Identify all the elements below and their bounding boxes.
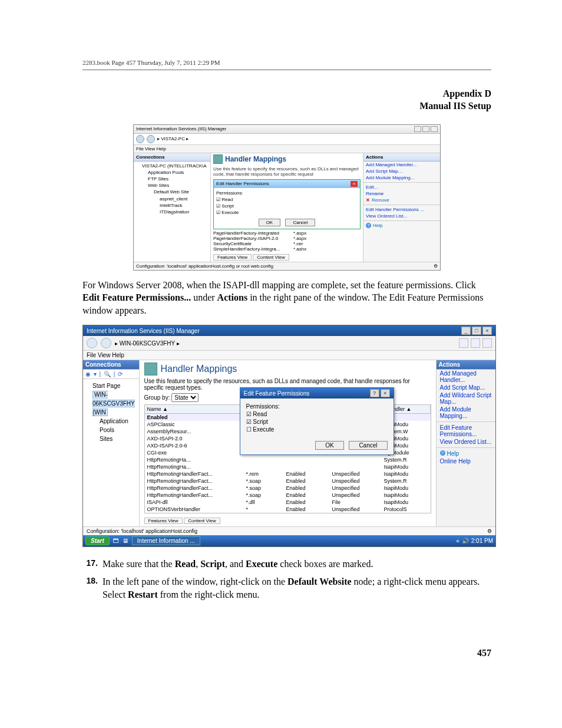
tree-app-pools[interactable]: Application Pools — [148, 169, 208, 176]
content-view-tab[interactable]: Content View — [184, 518, 220, 524]
breadcrumb[interactable]: ▸ VISTA2-PC ▸ — [157, 136, 189, 141]
tree-server[interactable]: VISTA2-PC (INTELLITRACK\A — [142, 163, 208, 169]
col-name[interactable]: Name ▲ — [145, 405, 244, 413]
menu-bar[interactable]: File View Help — [83, 351, 495, 360]
close-icon[interactable] — [431, 126, 438, 132]
handler-list: PageHandlerFactory-Integrated*.aspx Page… — [213, 230, 361, 252]
toolbar-icon[interactable] — [459, 338, 468, 348]
maximize-icon[interactable]: □ — [472, 327, 481, 335]
tree-aspnet-client[interactable]: aspnet_client — [160, 196, 208, 202]
action-help[interactable]: ?Help — [437, 450, 495, 457]
center-panel: Handler Mappings Use this feature to spe… — [140, 360, 436, 526]
ok-button[interactable]: OK — [259, 219, 281, 226]
handler-row[interactable]: SimpleHandlerFactory-Integra...*.ashx — [213, 246, 361, 252]
menu-bar[interactable]: File View Help — [134, 145, 440, 153]
handler-mappings-title: Handler Mappings — [144, 363, 431, 375]
connections-header: Connections — [83, 360, 139, 370]
handler-row[interactable]: PageHandlerFactory-ISAPI-2.0*.aspx — [213, 236, 361, 241]
action-edit-feature-permissions[interactable]: Edit Feature Permissions... — [437, 424, 495, 438]
back-icon[interactable] — [87, 338, 97, 348]
grid-row[interactable]: HttpRemotingHa...IsapiModu — [145, 463, 431, 470]
script-checkbox[interactable]: ☑ Script — [216, 203, 358, 209]
tree-itd[interactable]: ITDIagstration — [160, 209, 208, 215]
grid-row[interactable]: HttpRemotingHa...System.R — [145, 456, 431, 463]
help-icon[interactable] — [482, 338, 492, 348]
grid-row[interactable]: OPTIONSVerbHandler*EnabledUnspecifiedPro… — [145, 506, 431, 513]
connections-panel: Connections ◉ ▾ | 🔍 | ⟳ Start Page WIN-0… — [83, 360, 140, 526]
config-text: Configuration: 'localhost' applicationHo… — [87, 528, 197, 534]
tree-server-selected[interactable]: WIN-06KSCGV3FHY (WIN — [92, 391, 135, 416]
grid-row[interactable]: HttpRemotingHandlerFact...*.soapEnabledU… — [145, 492, 431, 499]
group-by-select[interactable]: State — [171, 393, 199, 402]
action-add-module-mapping[interactable]: Add Module Mapping... — [363, 174, 440, 181]
close-icon[interactable]: × — [482, 327, 492, 335]
action-add-managed-handler[interactable]: Add Managed Handler... — [363, 162, 440, 168]
action-add-script-map[interactable]: Add Script Map... — [363, 168, 440, 174]
tree-app-pools[interactable]: Application Pools — [100, 417, 137, 434]
tree-web-sites[interactable]: Web Sites — [148, 182, 208, 189]
system-tray: « 🔊 2:01 PM — [456, 538, 493, 544]
tree-start-page[interactable]: Start Page — [92, 381, 137, 390]
handler-row[interactable]: SecurityCertificate*.cer — [213, 241, 361, 246]
action-view-ordered-list[interactable]: View Ordered List... — [437, 438, 495, 446]
action-add-script-map[interactable]: Add Script Map... — [437, 384, 495, 391]
ok-button[interactable]: OK — [315, 441, 343, 450]
action-edit-handler-permissions[interactable]: Edit Handler Permissions ... — [363, 206, 440, 213]
window-controls — [414, 126, 438, 132]
grid-row[interactable]: HttpRemotingHandlerFact...*.soapEnabledU… — [145, 477, 431, 485]
back-icon[interactable] — [136, 135, 144, 143]
actions-panel: Actions Add Managed Handler... Add Scrip… — [436, 360, 495, 526]
features-view-tab[interactable]: Features View — [144, 518, 183, 524]
action-edit[interactable]: Edit... — [363, 184, 440, 190]
features-view-tab[interactable]: Features View — [213, 254, 252, 261]
minimize-icon[interactable]: _ — [461, 327, 471, 335]
quick-launch-icon[interactable]: 🖥 — [123, 538, 128, 544]
status-icon: ⚙ — [434, 263, 438, 269]
action-add-managed-handler[interactable]: Add Managed Handler... — [437, 370, 495, 384]
taskbar-item[interactable]: Internet Information ... — [132, 536, 200, 545]
minimize-icon[interactable] — [414, 126, 421, 132]
action-help[interactable]: ?Help — [363, 222, 440, 229]
read-checkbox[interactable]: ☑ Read — [216, 197, 358, 202]
cancel-button[interactable]: Cancel — [285, 219, 315, 226]
dialog-close-icon[interactable]: × — [381, 389, 390, 397]
toolbar-icon[interactable] — [471, 338, 480, 348]
connections-tree[interactable]: VISTA2-PC (INTELLITRACK\A Application Po… — [134, 162, 210, 217]
tray-icon[interactable]: 🔊 — [462, 538, 469, 544]
connections-tree[interactable]: Start Page WIN-06KSCGV3FHY (WIN Applicat… — [83, 379, 139, 446]
grid-row[interactable]: HttpRemotingHandlerFact...*.remEnabledUn… — [145, 470, 431, 477]
forward-icon[interactable] — [101, 338, 111, 348]
tree-sites[interactable]: Sites — [100, 434, 137, 443]
action-view-ordered-list[interactable]: View Ordered List... — [363, 213, 440, 219]
dialog-close-icon[interactable]: × — [351, 181, 358, 187]
execute-checkbox[interactable]: ☑ Execute — [216, 210, 358, 215]
tree-intellitrack[interactable]: IntelliTrack — [160, 202, 208, 209]
breadcrumb[interactable]: ▸ WIN-06KSCGV3FHY ▸ — [115, 340, 180, 347]
action-remove[interactable]: ✕Remove — [363, 197, 440, 203]
start-button[interactable]: Start — [85, 536, 110, 545]
tray-icon[interactable]: « — [456, 538, 459, 544]
grid-row[interactable]: ISAPI-dll*.dllEnabledFileIsapiModu — [145, 499, 431, 506]
action-add-module-mapping[interactable]: Add Module Mapping... — [437, 406, 495, 420]
action-add-wildcard-script-map[interactable]: Add Wildcard Script Map... — [437, 391, 495, 406]
action-online-help[interactable]: Online Help — [437, 457, 495, 465]
script-checkbox[interactable]: ☑ Script — [246, 419, 388, 425]
quick-launch-icon[interactable]: 🗔 — [113, 538, 119, 544]
forward-icon[interactable] — [147, 135, 155, 143]
content-view-tab[interactable]: Content View — [253, 254, 289, 261]
action-rename[interactable]: Rename — [363, 190, 440, 197]
book-header: 2283.book Page 457 Thursday, July 7, 201… — [82, 59, 491, 70]
execute-checkbox[interactable]: ☐ Execute — [246, 426, 388, 433]
maximize-icon[interactable] — [422, 126, 429, 132]
window-title: Internet Information Services (IIS) Mana… — [136, 126, 226, 131]
tree-ftp-sites[interactable]: FTP Sites — [148, 176, 208, 182]
grid-row[interactable]: HttpRemotingHandlerFact...*.soapEnabledU… — [145, 485, 431, 492]
handler-row[interactable]: PageHandlerFactory-Integrated*.aspx — [213, 230, 361, 236]
dialog-help-icon[interactable]: ? — [370, 389, 379, 397]
status-bar: Configuration: 'localhost' applicationHo… — [134, 262, 440, 270]
connections-toolbar[interactable]: ◉ ▾ | 🔍 | ⟳ — [83, 370, 139, 379]
window-controls: _ □ × — [461, 327, 492, 335]
tree-default-site[interactable]: Default Web Site — [154, 189, 208, 195]
cancel-button[interactable]: Cancel — [349, 441, 387, 450]
read-checkbox[interactable]: ☑ Read — [246, 411, 388, 417]
